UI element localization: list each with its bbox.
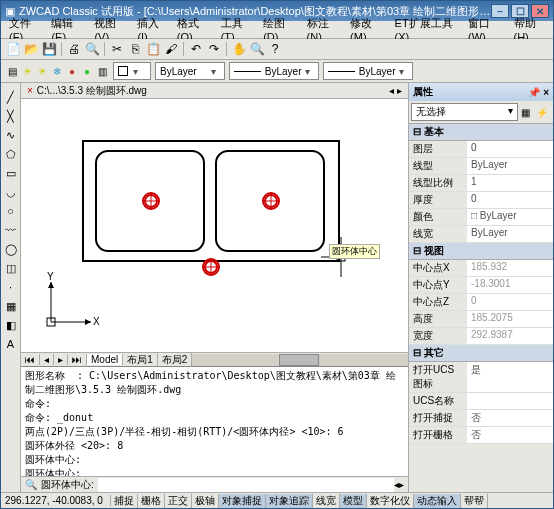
status-toggle[interactable]: 模型 xyxy=(340,494,367,508)
prop-row[interactable]: UCS名称 xyxy=(409,393,553,410)
zoom-icon[interactable]: 🔍 xyxy=(249,41,265,57)
prop-value[interactable]: ByLayer xyxy=(467,158,553,174)
prop-row[interactable]: 打开捕捉否 xyxy=(409,410,553,427)
quick-select-icon[interactable]: ▦ xyxy=(518,107,533,118)
layer-combo[interactable]: ByLayer ▾ xyxy=(155,62,225,80)
redo-icon[interactable]: ↷ xyxy=(206,41,222,57)
prop-row[interactable]: 中心点Z0 xyxy=(409,294,553,311)
status-toggle[interactable]: 数字化仪 xyxy=(367,494,414,508)
tab-layout1[interactable]: 布局1 xyxy=(123,353,158,367)
pan-icon[interactable]: ✋ xyxy=(231,41,247,57)
tab-model[interactable]: Model xyxy=(87,354,123,365)
lineweight-combo[interactable]: ByLayer ▾ xyxy=(323,62,413,80)
prop-row[interactable]: 线宽ByLayer xyxy=(409,226,553,243)
new-icon[interactable]: 📄 xyxy=(5,41,21,57)
tab-nav-first[interactable]: ⏮ xyxy=(21,354,40,365)
tab-nav-prev[interactable]: ◂ xyxy=(40,354,54,365)
status-toggle[interactable]: 栅格 xyxy=(138,494,165,508)
paste-icon[interactable]: 📋 xyxy=(145,41,161,57)
prop-row[interactable]: 打开栅格否 xyxy=(409,427,553,444)
status-toggle[interactable]: 正交 xyxy=(165,494,192,508)
prop-value[interactable]: 1 xyxy=(467,175,553,191)
polygon-icon[interactable]: ⬠ xyxy=(3,146,19,162)
layer-mgr-icon[interactable]: ▤ xyxy=(5,64,19,78)
tab-layout2[interactable]: 布局2 xyxy=(158,353,193,367)
prop-value[interactable]: □ ByLayer xyxy=(467,209,553,225)
prop-category[interactable]: ⊟ 基本 xyxy=(409,124,553,141)
prop-category[interactable]: ⊟ 其它 xyxy=(409,345,553,362)
hatch-icon[interactable]: ▦ xyxy=(3,298,19,314)
prop-row[interactable]: 打开UCS图标是 xyxy=(409,362,553,393)
layer-sun2-icon[interactable]: ☀ xyxy=(35,64,49,78)
cmd-scroll[interactable]: ◂▸ xyxy=(394,479,404,490)
match-icon[interactable]: 🖌 xyxy=(163,41,179,57)
layer-on-icon[interactable]: ● xyxy=(80,64,94,78)
pick-icon[interactable]: ⚡ xyxy=(533,107,551,118)
line-icon[interactable]: ╱ xyxy=(3,89,19,105)
arc-icon[interactable]: ◡ xyxy=(3,184,19,200)
prop-value[interactable]: ByLayer xyxy=(467,226,553,242)
print-icon[interactable]: 🖨 xyxy=(66,41,82,57)
status-toggle[interactable]: 动态输入 xyxy=(414,494,461,508)
block-icon[interactable]: ◫ xyxy=(3,260,19,276)
save-icon[interactable]: 💾 xyxy=(41,41,57,57)
panel-pin-icon[interactable]: 📌 × xyxy=(528,87,549,98)
text-icon[interactable]: A xyxy=(3,336,19,352)
tab-nav-last[interactable]: ⏭ xyxy=(68,354,87,365)
region-icon[interactable]: ◧ xyxy=(3,317,19,333)
prop-value[interactable]: 是 xyxy=(467,362,553,392)
circle-icon[interactable]: ○ xyxy=(3,203,19,219)
undo-icon[interactable]: ↶ xyxy=(188,41,204,57)
prop-row[interactable]: 图层0 xyxy=(409,141,553,158)
prop-value[interactable]: 否 xyxy=(467,427,553,443)
status-toggle[interactable]: 对象追踪 xyxy=(266,494,313,508)
preview-icon[interactable]: 🔍 xyxy=(84,41,100,57)
color-combo[interactable]: ▾ xyxy=(113,62,151,80)
drawing-viewport[interactable]: 圆环体中心 X Y xyxy=(21,99,408,352)
prop-value[interactable]: 0 xyxy=(467,141,553,157)
status-toggle[interactable]: 帮帮 xyxy=(461,494,488,508)
status-toggle[interactable]: 线宽 xyxy=(313,494,340,508)
doc-close-icon[interactable]: × xyxy=(27,85,33,96)
open-icon[interactable]: 📂 xyxy=(23,41,39,57)
prop-row[interactable]: 厚度0 xyxy=(409,192,553,209)
tab-nav-next[interactable]: ▸ xyxy=(54,354,68,365)
layer-iso-icon[interactable]: ❄ xyxy=(50,64,64,78)
prop-value[interactable]: -18.3001 xyxy=(467,277,553,293)
prop-row[interactable]: 高度185.2075 xyxy=(409,311,553,328)
prop-row[interactable]: 颜色□ ByLayer xyxy=(409,209,553,226)
status-toggle[interactable]: 对象捕捉 xyxy=(219,494,266,508)
point-icon[interactable]: · xyxy=(3,279,19,295)
prop-row[interactable]: 中心点Y-18.3001 xyxy=(409,277,553,294)
prop-row[interactable]: 线型ByLayer xyxy=(409,158,553,175)
rect-icon[interactable]: ▭ xyxy=(3,165,19,181)
prop-row[interactable]: 中心点X185.932 xyxy=(409,260,553,277)
doc-tab-nav[interactable]: ◂ ▸ xyxy=(389,85,402,96)
cut-icon[interactable]: ✂ xyxy=(109,41,125,57)
status-toggle[interactable]: 极轴 xyxy=(192,494,219,508)
status-toggle[interactable]: 捕捉 xyxy=(111,494,138,508)
prop-value[interactable]: 292.9387 xyxy=(467,328,553,344)
prop-row[interactable]: 宽度292.9387 xyxy=(409,328,553,345)
layer-prev-icon[interactable]: ▥ xyxy=(95,64,109,78)
doc-tab-label[interactable]: C:\...\3.5.3 绘制圆环.dwg xyxy=(37,84,147,98)
prop-value[interactable]: 0 xyxy=(467,192,553,208)
command-input[interactable] xyxy=(98,478,394,492)
prop-value[interactable]: 否 xyxy=(467,410,553,426)
prop-row[interactable]: 线型比例1 xyxy=(409,175,553,192)
prop-value[interactable]: 185.932 xyxy=(467,260,553,276)
copy-icon[interactable]: ⎘ xyxy=(127,41,143,57)
prop-value[interactable] xyxy=(467,393,553,409)
help-icon[interactable]: ? xyxy=(267,41,283,57)
spline-icon[interactable]: 〰 xyxy=(3,222,19,238)
xline-icon[interactable]: ╳ xyxy=(3,108,19,124)
prop-value[interactable]: 0 xyxy=(467,294,553,310)
selection-combo[interactable]: 无选择 ▾ xyxy=(411,103,518,121)
layer-off-icon[interactable]: ● xyxy=(65,64,79,78)
pline-icon[interactable]: ∿ xyxy=(3,127,19,143)
hscrollbar[interactable] xyxy=(192,354,408,366)
linetype-combo[interactable]: ByLayer ▾ xyxy=(229,62,319,80)
prop-category[interactable]: ⊟ 视图 xyxy=(409,243,553,260)
prop-value[interactable]: 185.2075 xyxy=(467,311,553,327)
ellipse-icon[interactable]: ◯ xyxy=(3,241,19,257)
